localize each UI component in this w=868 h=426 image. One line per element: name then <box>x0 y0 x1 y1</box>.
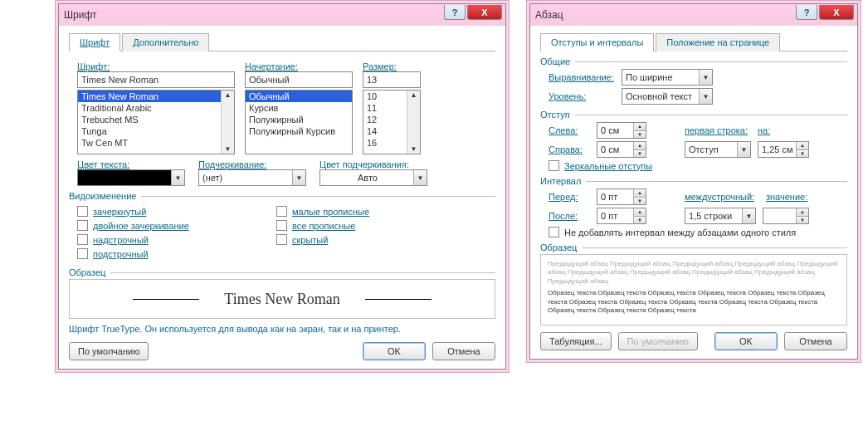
level-combo[interactable]: Основной текст ▼ <box>622 88 713 105</box>
label-underline-color: Цвет подчеркивания: <box>319 159 427 169</box>
style-input[interactable]: Обычный <box>245 71 353 88</box>
section-indent: Отступ <box>540 110 847 120</box>
help-button[interactable]: ? <box>796 5 817 20</box>
text-color-combo[interactable]: ▼ <box>77 169 185 186</box>
list-item[interactable]: Trebuchet MS <box>78 114 234 125</box>
line-spacing-combo[interactable]: 1,5 строки ▼ <box>685 208 756 224</box>
list-item[interactable]: Tw Cen MT <box>78 137 234 149</box>
chevron-down-icon: ▼ <box>737 142 750 157</box>
label-align: Выравнивание: <box>549 72 615 82</box>
font-input[interactable]: Times New Roman <box>77 71 235 88</box>
ok-button[interactable]: OK <box>714 332 778 350</box>
sample-text: Times New Roman <box>224 291 339 308</box>
chk-no-space[interactable]: Не добавлять интервал между абзацами одн… <box>540 227 847 237</box>
tab-advanced[interactable]: Дополнительно <box>122 33 209 51</box>
chk-dstrike[interactable]: двойное зачеркивание <box>77 220 260 231</box>
list-item[interactable]: Полужирный <box>246 114 352 125</box>
list-item[interactable]: Times New Roman <box>78 91 234 102</box>
size-list[interactable]: 10 11 12 14 16 ▲▼ <box>363 90 421 154</box>
chevron-down-icon: ▼ <box>699 70 712 85</box>
label-size: Размер: <box>363 61 421 71</box>
cancel-button[interactable]: Отмена <box>432 342 495 360</box>
list-item[interactable]: Обычный <box>246 91 352 102</box>
section-spacing: Интервал <box>540 176 847 186</box>
value-spinner[interactable]: ▲▼ <box>763 208 809 224</box>
list-item[interactable]: Курсив <box>246 102 352 114</box>
label-style: Начертание: <box>245 61 353 71</box>
titlebar-title: Шрифт <box>64 9 96 21</box>
close-button[interactable]: X <box>467 5 502 20</box>
style-list[interactable]: Обычный Курсив Полужирный Полужирный Кур… <box>245 90 353 154</box>
label-underline: Подчеркивание: <box>198 159 306 169</box>
label-before: Перед: <box>549 192 590 202</box>
sample-preview-paragraph: Предыдущий абзац Предыдущий абзац Предыд… <box>540 254 847 326</box>
underline-color-combo[interactable]: Авто ▼ <box>319 169 427 186</box>
size-input[interactable]: 13 <box>363 71 421 88</box>
label-font: Шрифт: <box>77 61 235 71</box>
after-spinner[interactable]: 0 пт ▲▼ <box>597 208 646 224</box>
tab-font[interactable]: Шрифт <box>69 33 120 51</box>
label-left: Слева: <box>549 125 590 135</box>
section-effects: Видоизменение <box>69 191 495 201</box>
label-by: на: <box>758 125 774 135</box>
tab-indents[interactable]: Отступы и интервалы <box>540 33 654 51</box>
titlebar-title: Абзац <box>535 9 563 21</box>
scrollbar[interactable]: ▲▼ <box>407 91 420 154</box>
label-level: Уровень: <box>549 91 615 101</box>
ok-button[interactable]: OK <box>363 342 426 360</box>
label-value: значение: <box>766 192 807 202</box>
first-line-combo[interactable]: Отступ ▼ <box>685 141 751 158</box>
underline-combo[interactable]: (нет) ▼ <box>198 169 306 186</box>
list-item[interactable]: Полужирный Курсив <box>246 125 352 137</box>
list-item[interactable]: Traditional Arabic <box>78 102 234 114</box>
paragraph-dialog: Абзац ? X Отступы и интервалы Положение … <box>529 3 858 360</box>
before-spinner[interactable]: 0 пт ▲▼ <box>597 189 646 205</box>
label-after: После: <box>549 211 590 221</box>
font-list[interactable]: Times New Roman Traditional Arabic Trebu… <box>77 90 235 154</box>
titlebar-paragraph[interactable]: Абзац ? X <box>530 4 857 26</box>
tabs-button[interactable]: Табуляция... <box>540 332 612 350</box>
by-spinner[interactable]: 1,25 см ▲▼ <box>758 141 809 158</box>
chk-mirror[interactable]: Зеркальные отступы <box>540 160 847 171</box>
cancel-button[interactable]: Отмена <box>784 332 847 350</box>
close-button[interactable]: X <box>819 5 854 20</box>
default-button[interactable]: По умолчанию <box>618 332 698 350</box>
label-line-spacing: междустрочный: <box>685 192 759 202</box>
scrollbar[interactable]: ▲▼ <box>221 91 234 154</box>
chevron-down-icon: ▼ <box>413 170 427 185</box>
section-general: Общие <box>540 56 847 66</box>
label-first-line: первая строка: <box>685 125 751 135</box>
help-button[interactable]: ? <box>444 5 466 20</box>
label-right: Справа: <box>549 144 590 154</box>
indent-left-spinner[interactable]: 0 см ▲▼ <box>597 122 646 139</box>
section-sample: Образец <box>69 267 495 277</box>
align-combo[interactable]: По ширине ▼ <box>622 69 713 86</box>
sample-preview: Times New Roman <box>69 279 495 319</box>
chk-sub[interactable]: подстрочный <box>77 248 260 259</box>
chk-allcaps[interactable]: все прописные <box>276 220 459 231</box>
font-note: Шрифт TrueType. Он используется для выво… <box>69 324 495 334</box>
list-item[interactable]: Tunga <box>78 125 234 137</box>
chk-hidden[interactable]: скрытый <box>276 234 459 245</box>
chevron-down-icon: ▼ <box>742 208 755 223</box>
chevron-down-icon: ▼ <box>699 89 712 104</box>
label-text-color: Цвет текста: <box>77 159 185 169</box>
indent-right-spinner[interactable]: 0 см ▲▼ <box>597 141 646 158</box>
chevron-down-icon: ▼ <box>292 170 305 185</box>
chk-smallcaps[interactable]: малые прописные <box>276 206 459 217</box>
font-dialog: Шрифт ? X Шрифт Дополнительно Шрифт: Tim… <box>58 3 506 370</box>
chevron-down-icon: ▼ <box>171 170 184 185</box>
section-sample-p: Образец <box>540 242 847 252</box>
chk-strike[interactable]: зачеркнутый <box>77 206 260 217</box>
chk-sup[interactable]: надстрочный <box>77 234 260 245</box>
tab-position[interactable]: Положение на странице <box>656 33 780 51</box>
default-button[interactable]: По умолчанию <box>69 342 149 360</box>
titlebar-font[interactable]: Шрифт ? X <box>59 4 505 26</box>
